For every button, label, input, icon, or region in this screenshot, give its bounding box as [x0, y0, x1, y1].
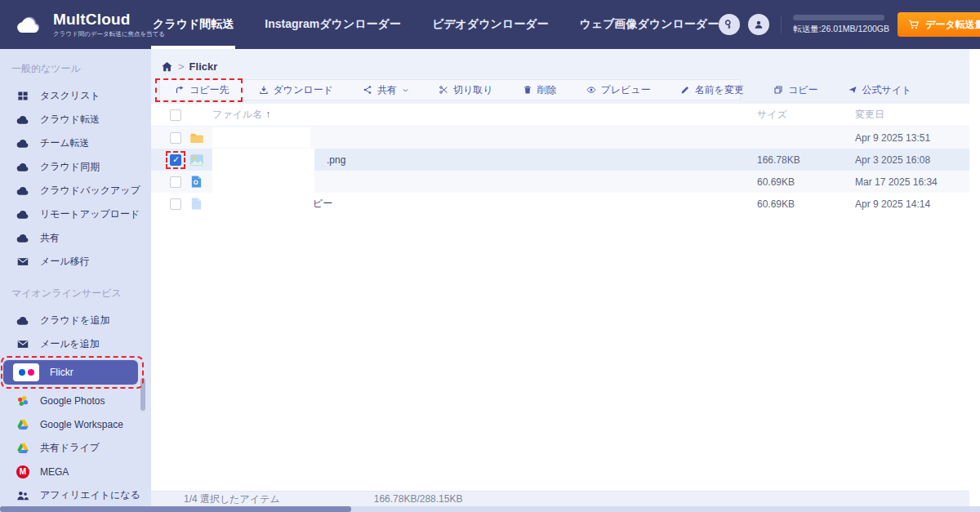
redaction-box	[212, 171, 314, 193]
redaction-box	[212, 127, 310, 148]
user-icon	[753, 19, 764, 30]
share-button[interactable]: 共有	[348, 83, 424, 97]
row-checkbox[interactable]	[170, 176, 181, 188]
sidebar-section-general: 一般的なツール	[0, 49, 151, 84]
grid-icon	[16, 90, 29, 102]
app-title: MultCloud	[53, 11, 165, 29]
sidebar-item-email-migration[interactable]: メール移行	[0, 250, 151, 274]
sidebar-item-remote-upload[interactable]: リモートアップロード	[0, 203, 151, 226]
sidebar-scrollbar-thumb[interactable]	[140, 378, 145, 411]
redaction-box	[212, 149, 314, 171]
row-checkbox[interactable]	[170, 198, 181, 210]
row-checkbox[interactable]	[170, 132, 181, 144]
selection-size-summary: 166.78KB/288.15KB	[374, 493, 463, 505]
vertical-scrollbar-gutter[interactable]	[969, 49, 980, 506]
table-row[interactable]: .png 166.78KB Apr 3 2025 16:08	[151, 149, 969, 171]
flickr-icon	[13, 363, 39, 381]
share-icon	[363, 85, 372, 95]
multcloud-cloud-icon	[13, 12, 46, 37]
chevron-down-icon	[402, 87, 409, 94]
sidebar-item-add-cloud[interactable]: クラウドを追加	[0, 309, 151, 332]
cloud-icon	[16, 137, 29, 150]
buy-traffic-button[interactable]: データ転送量を購入	[898, 12, 980, 37]
sidebar-item-google-photos[interactable]: Google Photos	[0, 389, 151, 412]
document-file-icon	[189, 197, 203, 211]
key-icon	[724, 19, 735, 30]
cut-button[interactable]: 切り取り	[424, 83, 508, 97]
sidebar-item-cloud-backup[interactable]: クラウドバックアップ	[0, 179, 151, 203]
official-site-button[interactable]: 公式サイト	[833, 83, 927, 97]
cloud-add-icon	[16, 314, 29, 327]
mail-icon	[16, 256, 29, 268]
preview-button[interactable]: プレビュー	[572, 83, 666, 97]
sidebar-item-task-list[interactable]: タスクリスト	[0, 84, 151, 108]
file-table: ファイル名↑ サイズ 変更日 Apr 9 2025 13:51 .png 166…	[151, 104, 969, 215]
main-content: > Flickr コピー先 ダウンロード 共有 切り取り 削除	[151, 49, 980, 512]
breadcrumb-current: Flickr	[189, 60, 218, 73]
sidebar-item-shared-drive[interactable]: 共有ドライブ	[0, 436, 151, 460]
account-button[interactable]	[748, 14, 769, 35]
table-header-row: ファイル名↑ サイズ 変更日	[151, 104, 969, 127]
file-size: 166.78KB	[757, 154, 855, 166]
row-checkbox[interactable]	[170, 154, 181, 166]
app-tagline: クラウド間のデータ転送に焦点を当てる	[53, 30, 165, 38]
file-toolbar: コピー先 ダウンロード 共有 切り取り 削除 プレビュー	[159, 79, 741, 100]
table-row[interactable]: ピー 60.69KB Apr 9 2025 14:14	[151, 193, 969, 215]
table-row[interactable]: Apr 9 2025 13:51	[151, 127, 969, 149]
people-icon	[16, 489, 29, 502]
sidebar-item-flickr[interactable]: Flickr	[3, 360, 138, 385]
sidebar-item-cloud-transfer[interactable]: クラウド転送	[0, 108, 151, 131]
download-button[interactable]: ダウンロード	[244, 83, 348, 97]
app-header: MultCloud クラウド間のデータ転送に焦点を当てる クラウド間転送 Ins…	[0, 0, 980, 49]
sidebar-item-affiliate[interactable]: アフィリエイトになる	[0, 483, 151, 506]
cut-icon	[439, 85, 448, 95]
tab-web-image-downloader[interactable]: ウェブ画像ダウンローダー	[580, 0, 719, 49]
sidebar-item-google-workspace[interactable]: Google Workspace	[0, 412, 151, 436]
app-logo[interactable]: MultCloud クラウド間のデータ転送に焦点を当てる	[0, 11, 151, 38]
file-modified: Apr 9 2025 13:51	[855, 132, 969, 144]
rename-button[interactable]: 名前を変更	[666, 83, 759, 97]
mega-icon: M	[16, 465, 29, 479]
trash-icon	[523, 85, 532, 95]
sidebar-item-add-email[interactable]: メールを追加	[0, 332, 151, 356]
cloud-icon	[16, 232, 29, 245]
cart-icon	[908, 19, 920, 30]
file-size: 60.69KB	[757, 198, 855, 210]
mail-add-icon	[16, 338, 29, 350]
column-header-name[interactable]: ファイル名↑	[212, 108, 757, 122]
file-modified: Apr 9 2025 14:14	[855, 198, 969, 210]
file-modified: Mar 17 2025 16:34	[855, 176, 969, 188]
home-icon[interactable]	[161, 60, 173, 73]
cloud-icon	[16, 185, 29, 198]
sidebar-item-mega[interactable]: M MEGA	[0, 460, 151, 483]
delete-button[interactable]: 削除	[508, 83, 572, 97]
google-drive-icon	[16, 418, 29, 431]
copy-button[interactable]: コピー	[759, 83, 833, 97]
header-divider	[781, 16, 782, 33]
select-all-checkbox[interactable]	[170, 109, 181, 121]
copy-to-button[interactable]: コピー先	[160, 83, 244, 97]
sidebar-item-cloud-sync[interactable]: クラウド同期	[0, 155, 151, 179]
status-bar: 1/4 選択したアイテム 166.78KB/288.15KB	[151, 491, 969, 506]
copy-icon	[773, 85, 783, 95]
google-photos-icon	[16, 394, 29, 407]
sidebar: 一般的なツール タスクリスト クラウド転送 チーム転送 クラウド同期 クラウドバ…	[0, 49, 151, 506]
sidebar-section-services: マイオンラインサービス	[0, 274, 151, 309]
horizontal-scrollbar-thumb[interactable]	[0, 506, 351, 512]
cloud-icon	[16, 208, 29, 221]
top-nav: クラウド間転送 Instagramダウンローダー ビデオダウンローダー ウェブ画…	[151, 0, 719, 49]
tab-video-downloader[interactable]: ビデオダウンローダー	[432, 0, 549, 49]
sidebar-item-share[interactable]: 共有	[0, 226, 151, 250]
column-header-size[interactable]: サイズ	[757, 108, 855, 122]
breadcrumb-separator: >	[178, 60, 185, 73]
copy-to-icon	[175, 85, 185, 95]
tab-cloud-transfer[interactable]: クラウド間転送	[153, 0, 234, 49]
horizontal-scrollbar[interactable]	[0, 506, 980, 512]
cloud-icon	[16, 161, 29, 174]
table-row[interactable]: 60.69KB Mar 17 2025 16:34	[151, 171, 969, 193]
sidebar-item-team-transfer[interactable]: チーム転送	[0, 131, 151, 155]
key-button[interactable]	[719, 14, 740, 35]
file-modified: Apr 3 2025 16:08	[855, 154, 969, 166]
column-header-modified[interactable]: 変更日	[855, 108, 969, 122]
tab-instagram-downloader[interactable]: Instagramダウンローダー	[265, 0, 401, 49]
